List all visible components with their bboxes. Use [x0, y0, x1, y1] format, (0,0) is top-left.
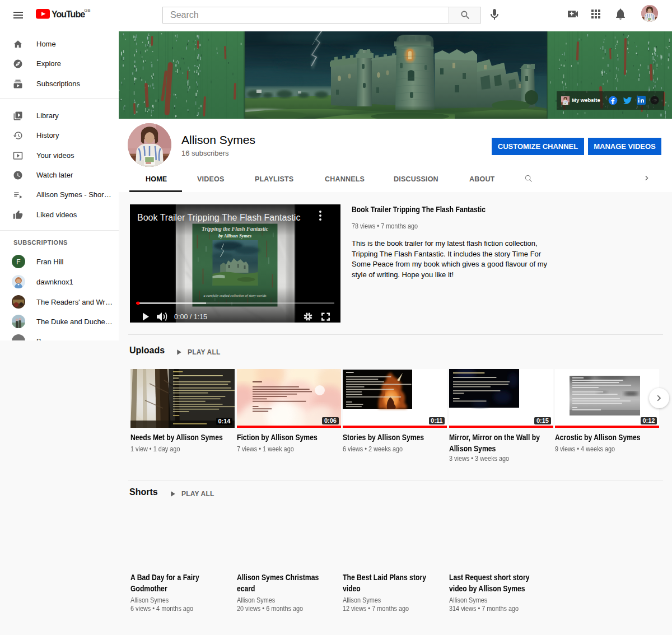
svg-text:GB: GB	[84, 8, 91, 13]
svg-text:YouTube: YouTube	[52, 10, 85, 19]
svg-text:F: F	[16, 258, 20, 266]
svg-text:Book Trailer Tripping The Flas: Book Trailer Tripping The Flash Fantasti…	[137, 213, 300, 222]
svg-text:0:00 / 1:15: 0:00 / 1:15	[174, 313, 207, 321]
